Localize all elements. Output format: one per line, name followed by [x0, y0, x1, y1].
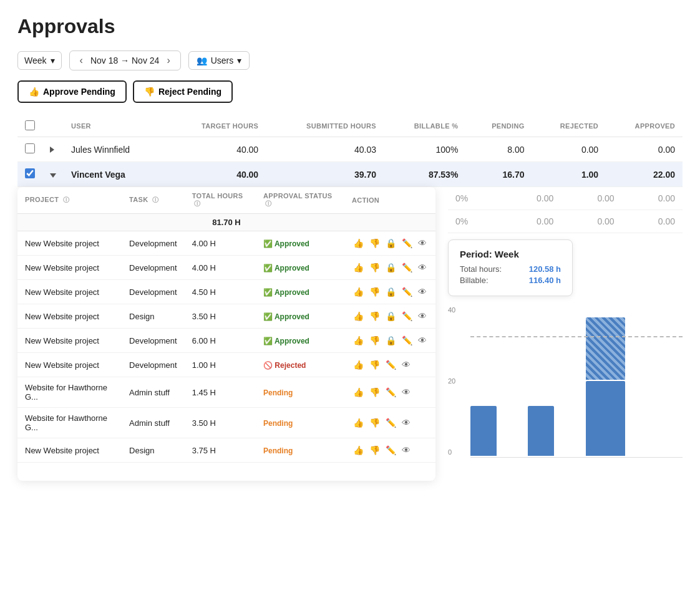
detail-project: New Website project	[17, 231, 122, 256]
col-billable-pct: BILLABLE %	[384, 115, 465, 137]
reject-icon-btn[interactable]: 👎	[368, 286, 381, 298]
next-date-button[interactable]: ›	[164, 55, 172, 66]
lock-icon-btn[interactable]: 🔒	[384, 286, 397, 298]
approve-icon-btn[interactable]: 👍	[352, 386, 365, 398]
row-checkbox[interactable]	[25, 143, 35, 153]
lock-icon-btn[interactable]: 🔒	[384, 237, 397, 249]
total-hours-row: 81.70 H	[17, 214, 435, 231]
edit-icon-btn[interactable]: ✏️	[384, 386, 397, 398]
extra-rows-table: 0% 0.00 0.00 0.00 0% 0.00 0.00 0.00	[448, 187, 683, 233]
tooltip-total-row: Total hours: 120.58 h	[460, 264, 561, 274]
period-label: Week	[24, 55, 47, 65]
edit-icon-btn[interactable]: ✏️	[401, 310, 414, 322]
detail-status: Pending	[256, 377, 344, 408]
row-checkbox[interactable]	[25, 168, 35, 178]
detail-status: ✅ Approved	[256, 280, 344, 304]
bar-group	[528, 406, 554, 456]
edit-icon-btn[interactable]: ✏️	[401, 261, 414, 274]
view-icon-btn[interactable]: 👁	[417, 334, 428, 347]
col-pending: PENDING	[465, 115, 532, 137]
date-range: Nov 18 → Nov 24	[90, 55, 160, 65]
approve-icon-btn[interactable]: 👍	[352, 286, 365, 298]
reject-icon-btn[interactable]: 👎	[368, 237, 381, 249]
approval-status-info-icon[interactable]: ⓘ	[265, 200, 271, 207]
project-info-icon[interactable]: ⓘ	[63, 196, 69, 203]
view-icon-btn[interactable]: 👁	[401, 359, 412, 371]
detail-actions: 👍 👎 ✏️ 👁	[344, 353, 435, 377]
total-hours-info-icon[interactable]: ⓘ	[194, 200, 200, 207]
reject-icon-btn[interactable]: 👎	[368, 417, 381, 429]
reject-icon-btn[interactable]: 👎	[368, 386, 381, 398]
reject-icon-btn[interactable]: 👎	[368, 334, 381, 347]
chart-bars	[470, 306, 683, 456]
users-icon: 👥	[197, 55, 207, 65]
detail-actions: 👍 👎 🔒 ✏️ 👁	[344, 256, 435, 280]
dashed-line	[470, 336, 683, 337]
approve-icon-btn[interactable]: 👍	[352, 417, 365, 429]
detail-row: New Website project Design 3.50 H ✅ Appr…	[17, 304, 435, 329]
task-info-icon[interactable]: ⓘ	[152, 196, 158, 203]
thumbs-down-icon: 👎	[144, 87, 155, 97]
approve-icon-btn[interactable]: 👍	[352, 334, 365, 347]
user-name: Jules Winnfield	[64, 137, 166, 162]
users-dropdown[interactable]: 👥 Users ▾	[188, 51, 250, 70]
detail-task: Development	[122, 231, 185, 256]
detail-actions: 👍 👎 ✏️ 👁	[344, 438, 435, 463]
select-all-checkbox[interactable]	[25, 120, 35, 130]
detail-task: Development	[122, 329, 185, 353]
row-expand-button[interactable]	[50, 171, 56, 180]
approve-icon-btn[interactable]: 👍	[352, 237, 365, 249]
lock-icon-btn[interactable]: 🔒	[384, 261, 397, 274]
tooltip-billable-label: Billable:	[460, 276, 489, 285]
detail-status: ✅ Approved	[256, 231, 344, 256]
detail-status: 🚫 Rejected	[256, 353, 344, 377]
edit-icon-btn[interactable]: ✏️	[401, 286, 414, 298]
detail-project: New Website project	[17, 256, 122, 280]
view-icon-btn[interactable]: 👁	[417, 310, 428, 322]
row-expand-button[interactable]	[50, 146, 54, 155]
col-action: ACTION	[344, 187, 435, 214]
reject-icon-btn[interactable]: 👎	[368, 261, 381, 274]
billable-pct: 100%	[384, 137, 465, 162]
billable-pct: 87.53%	[384, 162, 465, 187]
edit-icon-btn[interactable]: ✏️	[384, 444, 397, 456]
reject-icon-btn[interactable]: 👎	[368, 310, 381, 322]
detail-total-hours: 1.45 H	[185, 377, 256, 408]
lock-icon-btn[interactable]: 🔒	[384, 310, 397, 322]
table-row: 0% 0.00 0.00 0.00	[448, 187, 683, 210]
col-user: USER	[64, 115, 166, 137]
view-icon-btn[interactable]: 👁	[417, 286, 428, 298]
lock-icon-btn[interactable]: 🔒	[384, 334, 397, 347]
reject-icon-btn[interactable]: 👎	[368, 444, 381, 456]
detail-status: ✅ Approved	[256, 329, 344, 353]
y-label: 40	[448, 306, 455, 314]
view-icon-btn[interactable]: 👁	[417, 237, 428, 249]
view-icon-btn[interactable]: 👁	[401, 386, 412, 398]
edit-icon-btn[interactable]: ✏️	[401, 237, 414, 249]
prev-date-button[interactable]: ‹	[77, 55, 85, 66]
detail-actions: 👍 👎 🔒 ✏️ 👁	[344, 231, 435, 256]
user-name: Vincent Vega	[64, 162, 166, 187]
detail-task: Development	[122, 256, 185, 280]
users-label: Users	[211, 55, 234, 65]
chevron-down-icon: ▾	[51, 55, 55, 65]
bar-solid	[470, 406, 497, 456]
approve-pending-button[interactable]: 👍 Approve Pending	[17, 80, 127, 103]
approve-icon-btn[interactable]: 👍	[352, 359, 365, 371]
view-icon-btn[interactable]: 👁	[401, 417, 412, 429]
period-select[interactable]: Week ▾	[17, 51, 62, 70]
view-icon-btn[interactable]: 👁	[417, 261, 428, 274]
reject-pending-button[interactable]: 👎 Reject Pending	[133, 80, 233, 103]
edit-icon-btn[interactable]: ✏️	[384, 417, 397, 429]
approve-icon-btn[interactable]: 👍	[352, 261, 365, 274]
approve-icon-btn[interactable]: 👍	[352, 310, 365, 322]
view-icon-btn[interactable]: 👁	[401, 444, 412, 456]
chart-tooltip: Period: Week Total hours: 120.58 h Billa…	[448, 239, 573, 296]
detail-row: New Website project Development 6.00 H ✅…	[17, 329, 435, 353]
edit-icon-btn[interactable]: ✏️	[384, 359, 397, 371]
reject-icon-btn[interactable]: 👎	[368, 359, 381, 371]
edit-icon-btn[interactable]: ✏️	[401, 334, 414, 347]
approve-icon-btn[interactable]: 👍	[352, 444, 365, 456]
users-table: USER TARGET HOURS SUBMITTED HOURS BILLAB…	[17, 115, 683, 187]
detail-actions: 👍 👎 🔒 ✏️ 👁	[344, 304, 435, 329]
